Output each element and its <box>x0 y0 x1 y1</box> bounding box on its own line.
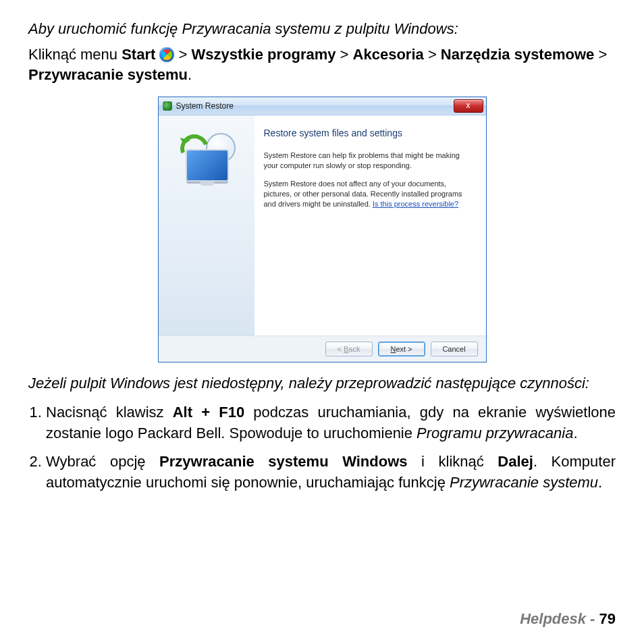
system-restore-icon <box>176 133 237 187</box>
back-button[interactable]: < Back <box>325 342 373 356</box>
text: ext > <box>396 345 412 353</box>
windows-start-orb-icon <box>159 47 174 62</box>
text: . <box>598 474 602 491</box>
section-name: Helpdesk - <box>520 610 599 627</box>
dialog-para2: System Restore does not affect any of yo… <box>264 179 473 209</box>
dialog-titlebar: System Restore x <box>159 97 486 115</box>
dialog-heading: Restore system files and settings <box>264 128 473 138</box>
dialog-para1: System Restore can help fix problems tha… <box>264 151 473 171</box>
text: Wybrać opcję <box>46 453 159 470</box>
menu-all-programs: Wszystkie programy <box>192 46 336 63</box>
menu-start: Start <box>122 46 155 63</box>
alt-instructions-heading: Jeżeli pulpit Windows jest niedostępny, … <box>28 373 616 394</box>
next-label: Dalej <box>498 453 533 470</box>
option-name: Przywracanie systemu Windows <box>159 453 407 470</box>
text: i kliknąć <box>408 453 498 470</box>
dialog-title: System Restore <box>176 101 234 111</box>
page-footer: Helpdesk - 79 <box>520 610 616 628</box>
separator: > <box>179 46 192 63</box>
system-restore-dialog: System Restore x Restore system files an… <box>158 97 487 363</box>
separator: > <box>594 46 607 63</box>
reversible-link[interactable]: Is this process reversible? <box>373 200 458 208</box>
separator: > <box>424 46 441 63</box>
function-name: Przywracanie systemu <box>450 474 598 491</box>
menu-path-instruction: Kliknąć menu Start > Wszystkie programy … <box>28 45 616 84</box>
menu-system-restore: Przywracanie systemu <box>28 66 188 83</box>
dialog-content: Restore system files and settings System… <box>254 115 486 336</box>
text: Nacisnąć klawisz <box>46 404 173 421</box>
step-1: Nacisnąć klawisz Alt + F10 podczas uruch… <box>46 402 616 444</box>
step-2: Wybrać opcję Przywracanie systemu Window… <box>46 451 616 493</box>
text: ack <box>348 345 360 353</box>
page-number: 79 <box>599 610 616 627</box>
text: Kliknąć menu <box>28 46 122 63</box>
close-button[interactable]: x <box>454 99 483 113</box>
text: . <box>573 425 577 441</box>
dialog-button-row: < Back Next > Cancel <box>159 336 486 362</box>
cancel-button[interactable]: Cancel <box>431 342 478 356</box>
restore-titlebar-icon <box>163 101 172 111</box>
intro-heading: Aby uruchomić funkcję Przywracania syste… <box>28 20 616 38</box>
menu-system-tools: Narzędzia systemowe <box>441 46 594 63</box>
text: . <box>188 66 192 83</box>
separator: > <box>336 46 353 63</box>
program-name: Programu przywracania <box>417 425 573 441</box>
steps-list: Nacisnąć klawisz Alt + F10 podczas uruch… <box>28 402 616 493</box>
dialog-sidebar <box>159 115 254 336</box>
menu-accessories: Akcesoria <box>353 46 424 63</box>
key-combo: Alt + F10 <box>173 404 244 421</box>
next-button[interactable]: Next > <box>378 342 425 356</box>
text: < <box>338 345 344 353</box>
